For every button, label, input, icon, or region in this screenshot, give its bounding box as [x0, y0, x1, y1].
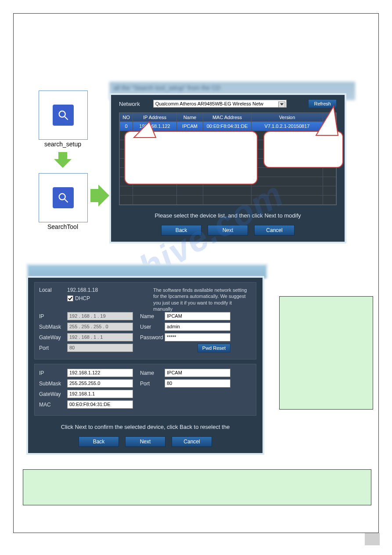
callout-right-tail [307, 105, 342, 136]
search-setup-shortcut[interactable] [39, 91, 88, 140]
svg-line-1 [65, 117, 68, 120]
cancel-button-2[interactable]: Cancel [172, 436, 212, 447]
gateway-label-2: GateWay [39, 391, 67, 397]
network-label: Network [119, 101, 140, 107]
submask-label-2: SubMask [39, 381, 67, 387]
submask-label: SubMask [39, 324, 67, 330]
ip-input[interactable]: 192 . 168 . 1 . 19 [67, 312, 133, 320]
annotation-box-right [279, 296, 373, 410]
callout-left [124, 131, 258, 185]
callout-right [263, 131, 343, 168]
user-label: User [140, 324, 165, 330]
table-row [120, 196, 336, 205]
search-setup-label: search_setup [39, 141, 87, 148]
port-label-2: Port [140, 381, 165, 387]
password-label: Password [140, 334, 165, 341]
back-button-2[interactable]: Back [79, 436, 119, 447]
arrow-down-head [54, 159, 72, 168]
cam-name-input-2[interactable]: IPCAM [165, 369, 230, 377]
svg-point-2 [59, 194, 65, 200]
mac-label: MAC [39, 402, 67, 408]
next-button-2[interactable]: Next [125, 436, 165, 447]
submask-input-2[interactable]: 255.255.255.0 [67, 379, 133, 388]
cam-name-label-2: Name [140, 370, 165, 376]
next-button[interactable]: Next [208, 225, 248, 236]
local-ip-value: 192.168.1.18 [67, 287, 98, 293]
dialog2-instruction: Click Next to confirm the selected devic… [28, 420, 263, 432]
dhcp-checkbox[interactable] [67, 295, 73, 301]
col-mac: MAC Address [203, 113, 252, 122]
arrow-right-head [98, 185, 109, 207]
ip-label: IP [39, 313, 67, 319]
cam-name-input[interactable]: IPCAM [165, 312, 230, 320]
search-icon [53, 187, 74, 208]
back-button[interactable]: Back [161, 225, 201, 236]
search-tool-shortcut[interactable] [39, 173, 88, 222]
port-label: Port [39, 345, 67, 351]
col-ip: IP Address [133, 113, 177, 122]
gateway-input-2[interactable]: 192.168.1.1 [67, 390, 133, 398]
config-panel-bottom: IP192.168.1.122 SubMask255.255.255.0 Gat… [34, 364, 256, 416]
svg-line-3 [65, 200, 68, 203]
search-icon [53, 105, 74, 126]
annotation-box-bottom [23, 469, 371, 505]
info-text: The software finds available network set… [153, 287, 252, 312]
dhcp-label: DHCP [75, 295, 90, 301]
table-row [120, 186, 336, 196]
port-input-2[interactable]: 80 [165, 379, 230, 388]
gateway-label: GateWay [39, 334, 67, 341]
svg-marker-4 [134, 122, 156, 138]
mac-input[interactable]: 00:E0:F8:04:31:DE [67, 400, 133, 409]
config-panel-top: Local 192.168.1.18 DHCP The software fin… [34, 282, 256, 359]
arrow-right-icon [90, 189, 99, 202]
password-input[interactable]: ***** [165, 333, 230, 341]
network-adapter-select[interactable]: Qualcomm Atheros AR9485WB-EG Wireless Ne… [153, 100, 287, 108]
submask-input[interactable]: 255 . 255 . 255 . 0 [67, 323, 133, 331]
port-input[interactable]: 80 [67, 344, 133, 352]
chevron-down-icon [280, 103, 284, 105]
svg-point-0 [59, 111, 65, 117]
gateway-input[interactable]: 192 . 168 . 1 . 1 [67, 333, 133, 341]
svg-marker-5 [316, 106, 338, 135]
page-number-box [365, 533, 380, 545]
local-label: Local [39, 287, 67, 293]
cam-name-label: Name [140, 313, 165, 319]
search-tool-label: SearchTool [39, 223, 87, 230]
user-input[interactable]: admin [165, 323, 230, 331]
col-name: Name [177, 113, 203, 122]
col-no: NO [120, 113, 133, 122]
callout-left-tail [132, 121, 167, 138]
dialog1-instruction: Please select the device list, and then … [111, 209, 345, 221]
ip-input-2[interactable]: 192.168.1.122 [67, 369, 133, 377]
network-adapter-value: Qualcomm Atheros AR9485WB-EG Wireless Ne… [155, 101, 263, 106]
network-config-dialog: Local 192.168.1.18 DHCP The software fin… [26, 276, 264, 455]
ip-label-2: IP [39, 370, 67, 376]
pwd-reset-button[interactable]: Pwd Reset [198, 344, 230, 352]
cancel-button[interactable]: Cancel [254, 225, 295, 236]
